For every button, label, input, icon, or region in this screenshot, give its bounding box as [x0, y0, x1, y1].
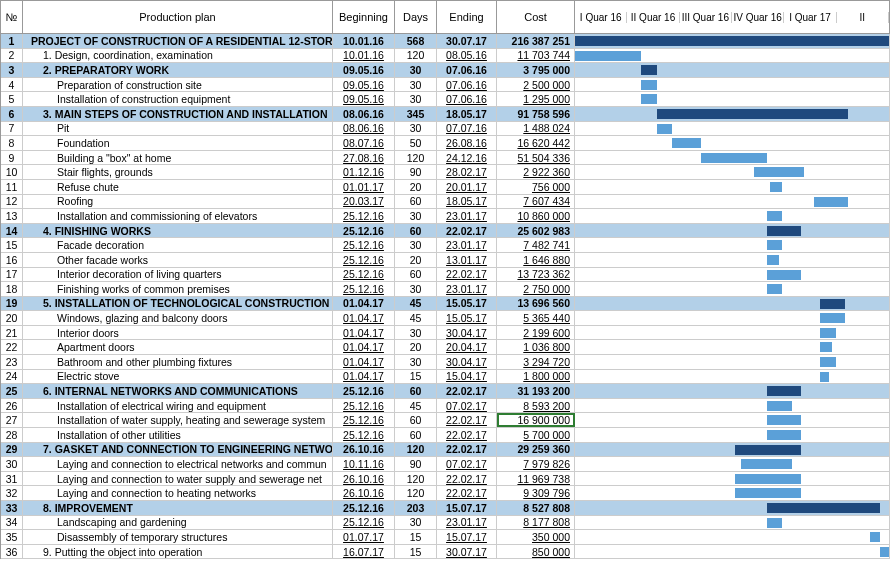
task-days[interactable]: 60: [395, 195, 437, 209]
task-days[interactable]: 120: [395, 472, 437, 486]
task-beginning[interactable]: 09.05.16: [333, 78, 395, 92]
task-beginning[interactable]: 08.06.16: [333, 107, 395, 121]
task-beginning[interactable]: 08.07.16: [333, 136, 395, 150]
task-ending[interactable]: 23.01.17: [437, 238, 497, 252]
task-ending[interactable]: 15.05.17: [437, 311, 497, 325]
task-days[interactable]: 345: [395, 107, 437, 121]
gantt-bar[interactable]: [741, 459, 791, 469]
task-beginning[interactable]: 25.12.16: [333, 384, 395, 398]
task-cost[interactable]: 10 860 000: [497, 209, 575, 223]
task-ending[interactable]: 18.05.17: [437, 195, 497, 209]
task-cost[interactable]: 5 365 440: [497, 311, 575, 325]
task-days[interactable]: 20: [395, 180, 437, 194]
task-row[interactable]: 7Pit08.06.163007.07.161 488 024: [1, 122, 890, 137]
task-cost[interactable]: 3 795 000: [497, 63, 575, 77]
task-cost[interactable]: 2 750 000: [497, 282, 575, 296]
task-cost[interactable]: 3 294 720: [497, 355, 575, 369]
task-beginning[interactable]: 01.04.17: [333, 297, 395, 311]
task-ending[interactable]: 15.04.17: [437, 370, 497, 384]
task-row[interactable]: 32. PREPARATORY WORK09.05.163007.06.163 …: [1, 63, 890, 78]
task-cost[interactable]: 25 602 983: [497, 224, 575, 238]
task-ending[interactable]: 13.01.17: [437, 253, 497, 267]
gantt-bar[interactable]: [767, 255, 780, 265]
gantt-bar[interactable]: [820, 313, 845, 323]
task-days[interactable]: 120: [395, 49, 437, 63]
task-ending[interactable]: 18.05.17: [437, 107, 497, 121]
task-row[interactable]: 5Installation of construction equipment0…: [1, 92, 890, 107]
task-ending[interactable]: 23.01.17: [437, 282, 497, 296]
task-beginning[interactable]: 25.12.16: [333, 399, 395, 413]
task-cost[interactable]: 850 000: [497, 545, 575, 559]
gantt-bar[interactable]: [880, 547, 889, 557]
gantt-bar[interactable]: [767, 518, 783, 528]
task-row[interactable]: 30Laying and connection to electrical ne…: [1, 457, 890, 472]
task-beginning[interactable]: 09.05.16: [333, 63, 395, 77]
task-days[interactable]: 568: [395, 34, 437, 48]
gantt-bar[interactable]: [767, 503, 880, 513]
gantt-bar[interactable]: [641, 94, 657, 104]
task-row[interactable]: 26Installation of electrical wiring and …: [1, 399, 890, 414]
gantt-bar[interactable]: [814, 197, 849, 207]
task-beginning[interactable]: 01.04.17: [333, 311, 395, 325]
task-days[interactable]: 30: [395, 122, 437, 136]
task-ending[interactable]: 22.02.17: [437, 443, 497, 457]
task-beginning[interactable]: 01.04.17: [333, 340, 395, 354]
task-beginning[interactable]: 25.12.16: [333, 428, 395, 442]
gantt-bar[interactable]: [820, 357, 836, 367]
task-beginning[interactable]: 25.12.16: [333, 268, 395, 282]
gantt-bar[interactable]: [735, 474, 801, 484]
task-days[interactable]: 60: [395, 413, 437, 427]
task-days[interactable]: 60: [395, 224, 437, 238]
task-cost[interactable]: 216 387 251: [497, 34, 575, 48]
gantt-bar[interactable]: [767, 240, 783, 250]
task-row[interactable]: 21Interior doors01.04.173030.04.172 199 …: [1, 326, 890, 341]
task-cost[interactable]: 8 593 200: [497, 399, 575, 413]
gantt-bar[interactable]: [754, 167, 804, 177]
gantt-bar[interactable]: [767, 386, 802, 396]
gantt-bar[interactable]: [767, 211, 783, 221]
task-row[interactable]: 144. FINISHING WORKS25.12.166022.02.1725…: [1, 224, 890, 239]
task-cost[interactable]: 2 922 360: [497, 165, 575, 179]
gantt-bar[interactable]: [641, 80, 657, 90]
task-beginning[interactable]: 25.12.16: [333, 501, 395, 515]
task-days[interactable]: 45: [395, 311, 437, 325]
task-ending[interactable]: 07.06.16: [437, 63, 497, 77]
gantt-bar[interactable]: [820, 342, 833, 352]
task-beginning[interactable]: 25.12.16: [333, 238, 395, 252]
task-beginning[interactable]: 20.03.17: [333, 195, 395, 209]
gantt-bar[interactable]: [735, 488, 801, 498]
task-row[interactable]: 18Finishing works of common premises25.1…: [1, 282, 890, 297]
task-beginning[interactable]: 27.08.16: [333, 151, 395, 165]
task-days[interactable]: 20: [395, 253, 437, 267]
task-cost[interactable]: 1 488 024: [497, 122, 575, 136]
task-cost[interactable]: 350 000: [497, 530, 575, 544]
task-cost[interactable]: 1 646 880: [497, 253, 575, 267]
task-days[interactable]: 15: [395, 370, 437, 384]
task-beginning[interactable]: 08.06.16: [333, 122, 395, 136]
task-cost[interactable]: 7 482 741: [497, 238, 575, 252]
gantt-bar[interactable]: [701, 153, 767, 163]
task-ending[interactable]: 22.02.17: [437, 413, 497, 427]
task-row[interactable]: 369. Putting the object into operation16…: [1, 545, 890, 560]
task-row[interactable]: 34Landscaping and gardening25.12.163023.…: [1, 516, 890, 531]
task-beginning[interactable]: 25.12.16: [333, 209, 395, 223]
task-days[interactable]: 30: [395, 282, 437, 296]
task-days[interactable]: 120: [395, 151, 437, 165]
gantt-bar[interactable]: [641, 65, 657, 75]
task-days[interactable]: 203: [395, 501, 437, 515]
task-row[interactable]: 23Bathroom and other plumbing fixtures01…: [1, 355, 890, 370]
task-cost[interactable]: 91 758 596: [497, 107, 575, 121]
task-ending[interactable]: 23.01.17: [437, 516, 497, 530]
task-cost[interactable]: 1 800 000: [497, 370, 575, 384]
task-cost[interactable]: 8 177 808: [497, 516, 575, 530]
task-row[interactable]: 1PROJECT OF CONSTRUCTION OF A RESIDENTIA…: [1, 34, 890, 49]
gantt-bar[interactable]: [657, 109, 849, 119]
task-cost[interactable]: 1 295 000: [497, 92, 575, 106]
task-cost[interactable]: 31 193 200: [497, 384, 575, 398]
task-days[interactable]: 30: [395, 326, 437, 340]
task-cost[interactable]: 29 259 360: [497, 443, 575, 457]
task-row[interactable]: 13Installation and commissioning of elev…: [1, 209, 890, 224]
task-cost[interactable]: 2 199 600: [497, 326, 575, 340]
task-ending[interactable]: 15.07.17: [437, 530, 497, 544]
task-beginning[interactable]: 16.07.17: [333, 545, 395, 559]
